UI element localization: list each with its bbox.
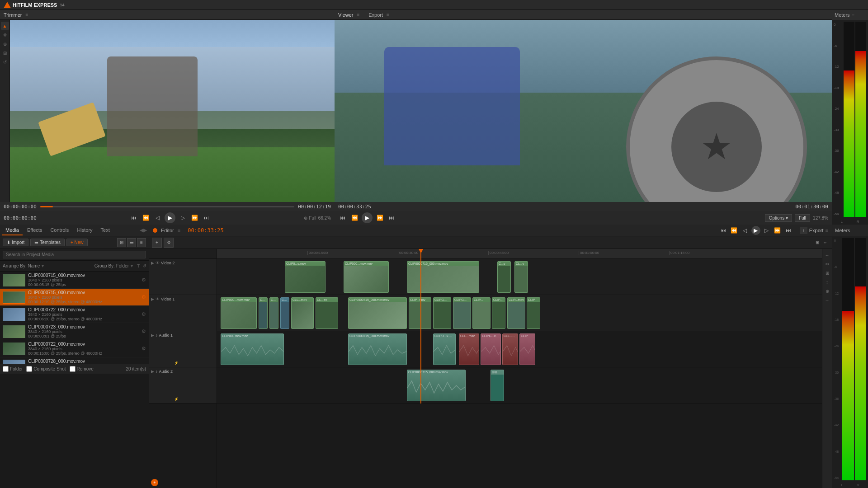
tab-controls[interactable]: Controls: [47, 225, 72, 235]
clip-v2-1[interactable]: CLIP0...v.mov: [285, 261, 326, 293]
media-gear-icon[interactable]: ⚙: [142, 277, 146, 283]
composite-checkbox[interactable]: [26, 366, 32, 372]
editor-mark-out[interactable]: ▷: [762, 226, 771, 235]
viewer-play[interactable]: ▶: [362, 212, 373, 223]
clip-a1-1[interactable]: CLIP000.mov.mov: [221, 333, 284, 365]
media-gear-icon-selected[interactable]: ⚙: [142, 294, 146, 300]
clip-a1-3[interactable]: CLIPO...v.mov: [433, 333, 456, 365]
clip-v1-2[interactable]: C...: [259, 297, 268, 329]
media-gear-icon-3[interactable]: ⚙: [142, 311, 146, 317]
viewer-prev[interactable]: ⏪: [350, 213, 359, 222]
tl-tool-1[interactable]: ↔: [823, 251, 831, 259]
tab-text[interactable]: Text: [97, 225, 113, 235]
media-item-4[interactable]: CLIP0000723_000.mov.mov 3840 × 2160 pixe…: [0, 323, 149, 340]
timeline-content[interactable]: 00:00:15:00 00:00:30:00 00:00:45:00 00:0…: [217, 249, 822, 488]
clip-v1-10[interactable]: CLIPG...: [453, 297, 471, 329]
templates-button[interactable]: ☰ Templates: [30, 239, 65, 246]
clip-a1-4[interactable]: CLL...mov: [459, 333, 479, 365]
folder-checkbox[interactable]: [3, 366, 9, 372]
clip-v2-5[interactable]: CL...v: [514, 261, 528, 293]
track-add-btn[interactable]: +: [152, 238, 162, 248]
clip-v1-13[interactable]: CLIP...mov: [507, 297, 525, 329]
tool-rotate[interactable]: ↺: [1, 58, 9, 66]
clip-a1-clip[interactable]: CLIP: [519, 333, 535, 365]
trimmer-mark-in[interactable]: ◁: [153, 213, 162, 222]
clip-v2-3[interactable]: CLIP0000715_000.mov.mov: [407, 261, 479, 293]
view-grid[interactable]: ⊞: [117, 238, 126, 247]
tab-effects[interactable]: Effects: [24, 225, 46, 235]
media-panel-expand[interactable]: ◀▶: [140, 227, 147, 233]
trimmer-next-frame[interactable]: ⏩: [190, 213, 199, 222]
media-gear-icon-5[interactable]: ⚙: [142, 346, 146, 352]
view-settings[interactable]: ≡: [137, 238, 146, 247]
import-button[interactable]: ⬇ Import: [3, 239, 28, 246]
track-a1-expand[interactable]: ▶: [151, 333, 154, 338]
arrange-arrow[interactable]: ▾: [42, 263, 44, 268]
tl-tool-5[interactable]: ⊕: [823, 287, 831, 295]
clip-a1-2[interactable]: CLIP0000715_000.mov.mov: [348, 333, 407, 365]
viewer-skip-end[interactable]: ⏭: [387, 213, 396, 222]
editor-next[interactable]: ⏩: [773, 226, 782, 235]
tool-select[interactable]: ▲: [1, 22, 9, 30]
clip-v1-6[interactable]: CL...av: [316, 297, 338, 329]
trimmer-prev-frame[interactable]: ⏪: [141, 213, 150, 222]
sort-refresh[interactable]: ↺: [142, 263, 146, 268]
track-v2-expand[interactable]: ▶: [151, 261, 154, 265]
trimmer-progress-bar[interactable]: [40, 206, 294, 207]
media-item-selected[interactable]: CLIP0000715_000.mov.mov 3840 × 2160 pixe…: [0, 289, 149, 306]
track-settings-btn[interactable]: ⚙: [164, 238, 174, 248]
track-v2-eye-icon[interactable]: 👁: [156, 261, 160, 265]
sort-filter[interactable]: ⊤: [137, 263, 141, 268]
new-button[interactable]: + New: [66, 239, 88, 246]
search-input[interactable]: [3, 251, 146, 258]
editor-play[interactable]: ▶: [751, 226, 760, 235]
tab-history[interactable]: History: [73, 225, 96, 235]
trimmer-mark-out[interactable]: ▷: [178, 213, 187, 222]
clip-a1-6[interactable]: CLL...mov: [502, 333, 518, 365]
editor-prev[interactable]: ⏪: [730, 226, 739, 235]
tl-tool-4[interactable]: ↕: [823, 278, 831, 286]
media-item-6[interactable]: CLIP0000728_000.mov.mov 3840 × 2160 pixe…: [0, 357, 149, 364]
clip-a2-1[interactable]: CLIP0000715_000.mov.mov: [407, 370, 466, 401]
track-v1-eye-icon[interactable]: 👁: [156, 297, 160, 301]
snap-btn[interactable]: ⊞: [816, 240, 819, 245]
clip-v1-9[interactable]: CLIPG...: [433, 297, 451, 329]
clip-v1-7[interactable]: CLIP0000715_000.mov.mov: [348, 297, 407, 329]
viewer-zoom-btn[interactable]: Full: [795, 214, 810, 222]
viewer-next[interactable]: ⏩: [375, 213, 384, 222]
view-list[interactable]: ☰: [127, 238, 136, 247]
add-track-btn[interactable]: +: [151, 479, 158, 486]
tl-tool-6[interactable]: →: [823, 296, 831, 304]
clip-v1-4[interactable]: CL...: [280, 297, 289, 329]
clip-v2-2[interactable]: CLIP000...mov.mov: [344, 261, 389, 293]
tl-tool-2[interactable]: ✂: [823, 260, 831, 268]
clip-a1-5[interactable]: CLIPG...v.mov: [481, 333, 501, 365]
ripple-btn[interactable]: ↔: [823, 240, 827, 245]
media-item[interactable]: CLIP0000715_000.mov.mov 3840 × 2160 pixe…: [0, 272, 149, 289]
trimmer-play[interactable]: ▶: [165, 212, 175, 223]
trimmer-skip-start[interactable]: ⏮: [129, 213, 138, 222]
media-item-3[interactable]: CLIP0000722_000.mov.mov 3840 × 2160 pixe…: [0, 306, 149, 323]
editor-mark-in[interactable]: ◁: [741, 226, 750, 235]
trimmer-zoom-label[interactable]: Full: [309, 216, 316, 221]
editor-skip-start[interactable]: ⏮: [719, 226, 728, 235]
clip-v1-3[interactable]: C...: [269, 297, 278, 329]
track-v1-expand[interactable]: ▶: [151, 297, 154, 301]
clip-v1-1[interactable]: CLIP000...mov.mov: [221, 297, 257, 329]
viewer-skip-start[interactable]: ⏮: [338, 213, 347, 222]
clip-a2-2[interactable]: ⊞⊞: [491, 370, 504, 401]
remove-checkbox[interactable]: [70, 366, 75, 372]
tool-zoom[interactable]: ⊕: [1, 40, 9, 48]
viewer-options-btn[interactable]: Options ▾: [765, 214, 792, 222]
clip-v1-clip[interactable]: CLIP: [527, 297, 540, 329]
tl-tool-3[interactable]: ⊞: [823, 269, 831, 277]
media-gear-icon-4[interactable]: ⚙: [142, 328, 146, 334]
clip-v1-11[interactable]: CLIP...: [472, 297, 491, 329]
tool-crop[interactable]: ⊞: [1, 49, 9, 57]
export-label[interactable]: Export: [809, 228, 824, 233]
export-icon[interactable]: ↑: [800, 227, 807, 234]
media-item-5[interactable]: CLIP0000722_000.mov.mov 3840 × 2160 pixe…: [0, 340, 149, 357]
trimmer-skip-end[interactable]: ⏭: [202, 213, 211, 222]
clip-v1-5[interactable]: CLL...mov: [291, 297, 314, 329]
export-tab[interactable]: Export: [368, 12, 383, 18]
